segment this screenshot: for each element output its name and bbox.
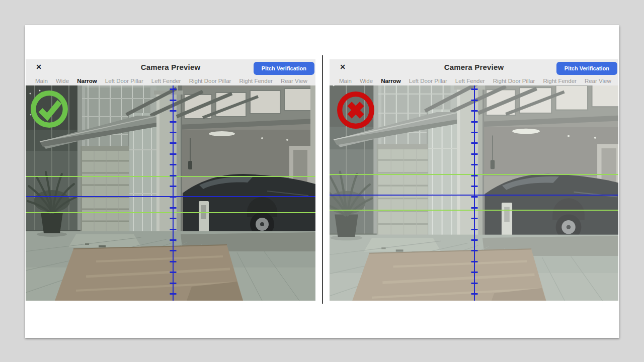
camera-tab-bar: MainWideNarrowLeft Door PillarLeft Fende… <box>26 76 315 85</box>
pitch-verification-button[interactable]: Pitch Verification <box>556 62 617 75</box>
blue-vertical-crosshair-line <box>173 85 174 301</box>
pitch-tick-mark <box>471 293 478 295</box>
pitch-tick-mark <box>170 175 177 176</box>
pitch-tick-mark <box>170 229 177 230</box>
camera-viewport <box>330 85 618 301</box>
tab-rear-view[interactable]: Rear View <box>585 78 611 84</box>
status-fail-icon <box>336 90 375 130</box>
tab-main[interactable]: Main <box>35 78 48 84</box>
blue-vertical-crosshair-line <box>474 85 475 301</box>
pitch-tick-mark <box>471 153 478 155</box>
pitch-tick-mark <box>471 261 478 262</box>
pitch-tick-mark <box>471 142 478 144</box>
pitch-tick-mark <box>471 121 478 123</box>
pitch-tick-mark <box>471 164 478 165</box>
camera-tab-bar: MainWideNarrowLeft Door PillarLeft Fende… <box>330 76 618 85</box>
tab-right-fender[interactable]: Right Fender <box>543 78 576 84</box>
camera-viewport <box>26 85 315 301</box>
pitch-tick-mark <box>170 218 177 219</box>
pitch-tick-mark <box>471 229 478 230</box>
pitch-tick-mark <box>471 207 478 209</box>
pitch-tick-mark <box>170 293 177 295</box>
pitch-tick-mark <box>170 132 177 133</box>
pitch-tick-mark <box>471 88 478 90</box>
pitch-tick-mark <box>170 283 177 284</box>
pitch-tick-mark <box>170 261 177 262</box>
camera-preview-panel-right: ✕ Camera Preview Pitch Verification Main… <box>330 59 618 301</box>
tab-left-fender[interactable]: Left Fender <box>151 78 181 84</box>
tab-right-door-pillar[interactable]: Right Door Pillar <box>493 78 535 84</box>
pitch-tick-mark <box>170 88 177 90</box>
pitch-tick-mark <box>170 272 177 273</box>
pitch-tick-mark <box>170 250 177 251</box>
slide-background: ✕ Camera Preview Pitch Verification Main… <box>25 25 619 338</box>
tab-right-fender[interactable]: Right Fender <box>239 78 272 84</box>
pitch-tick-mark <box>170 207 177 209</box>
panel-header: ✕ Camera Preview Pitch Verification Main… <box>330 59 618 85</box>
tab-narrow[interactable]: Narrow <box>77 78 97 84</box>
panel-header: ✕ Camera Preview Pitch Verification Main… <box>26 59 315 85</box>
pitch-tick-mark <box>170 196 177 198</box>
pitch-tick-mark <box>471 196 478 198</box>
pitch-verification-button[interactable]: Pitch Verification <box>254 62 314 75</box>
pitch-tick-mark <box>170 186 177 187</box>
pitch-tick-mark <box>471 110 478 112</box>
pitch-tick-mark <box>471 272 478 273</box>
pitch-tick-mark <box>471 100 478 101</box>
camera-preview-panel-left: ✕ Camera Preview Pitch Verification Main… <box>26 59 315 301</box>
tab-wide[interactable]: Wide <box>360 78 373 84</box>
x-circle-icon <box>336 90 375 130</box>
pitch-tick-mark <box>471 218 478 219</box>
pitch-tick-mark <box>170 164 177 165</box>
pitch-tick-mark <box>170 110 177 112</box>
pitch-tick-mark <box>170 121 177 123</box>
tab-left-door-pillar[interactable]: Left Door Pillar <box>409 78 447 84</box>
tab-narrow[interactable]: Narrow <box>381 78 401 84</box>
tab-main[interactable]: Main <box>339 78 352 84</box>
pitch-tick-mark <box>471 186 478 187</box>
pitch-tick-mark <box>170 239 177 241</box>
tab-wide[interactable]: Wide <box>56 78 69 84</box>
garage-scene-photo <box>26 85 315 301</box>
pitch-tick-mark <box>471 250 478 251</box>
pitch-tick-mark <box>170 142 177 144</box>
green-reference-line-bottom <box>26 212 315 213</box>
check-circle-icon <box>30 89 69 129</box>
tab-left-fender[interactable]: Left Fender <box>455 78 485 84</box>
status-pass-icon <box>30 89 69 129</box>
panel-divider-line <box>322 55 323 304</box>
pitch-tick-mark <box>471 239 478 241</box>
tab-rear-view[interactable]: Rear View <box>281 78 307 84</box>
tab-right-door-pillar[interactable]: Right Door Pillar <box>189 78 231 84</box>
pitch-tick-mark <box>170 153 177 155</box>
tab-left-door-pillar[interactable]: Left Door Pillar <box>105 78 143 84</box>
pitch-tick-mark <box>170 100 177 101</box>
pitch-tick-mark <box>471 175 478 176</box>
pitch-tick-mark <box>471 132 478 133</box>
pitch-tick-mark <box>471 283 478 284</box>
